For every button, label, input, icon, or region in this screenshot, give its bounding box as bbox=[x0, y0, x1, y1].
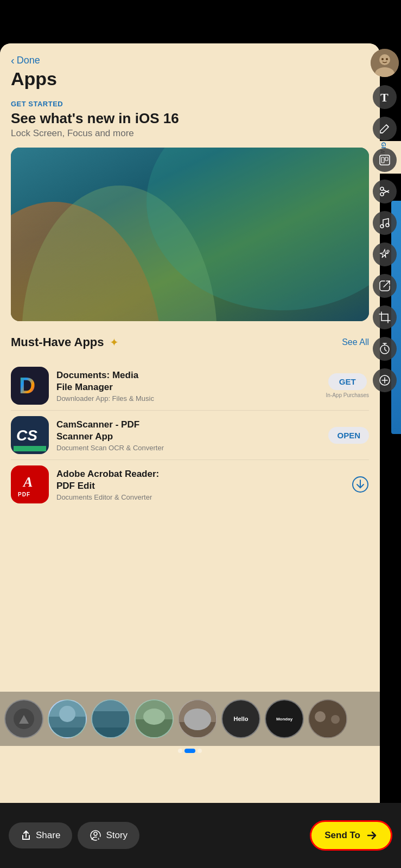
text-icon: T bbox=[373, 85, 397, 109]
app-item-camscanner[interactable]: CS CamScanner - PDFScanner App Document … bbox=[11, 411, 369, 460]
get-button-documents[interactable]: GET bbox=[328, 373, 367, 390]
story-thumb-8[interactable] bbox=[308, 699, 347, 738]
paperclip-icon bbox=[373, 274, 397, 298]
send-to-label: Send To bbox=[324, 830, 360, 841]
share-icon bbox=[21, 830, 31, 841]
app-item-documents[interactable]: D Documents: MediaFile Manager Downloade… bbox=[11, 361, 369, 411]
download-button-adobe[interactable] bbox=[352, 476, 369, 493]
monday-label: Monday bbox=[276, 717, 292, 722]
section-header: Must-Have Apps ✦ See All bbox=[11, 335, 369, 349]
app-action-documents: GET In-App Purchases bbox=[326, 373, 370, 398]
sticker-icon bbox=[373, 148, 397, 172]
page-title: Apps bbox=[11, 69, 369, 89]
svg-text:PDF: PDF bbox=[18, 492, 30, 497]
svg-text:T: T bbox=[380, 91, 389, 104]
svg-point-33 bbox=[386, 58, 388, 60]
ios-promo-subtitle: Lock Screen, Focus and more bbox=[11, 128, 369, 139]
svg-rect-19 bbox=[92, 727, 129, 737]
section-title-group: Must-Have Apps ✦ bbox=[11, 335, 119, 349]
right-toolbar: T bbox=[368, 43, 401, 825]
svg-point-32 bbox=[381, 58, 384, 60]
done-button[interactable]: ‹ Done bbox=[11, 54, 369, 67]
scroll-dot-3 bbox=[198, 749, 202, 753]
story-thumb-hello[interactable]: Hello bbox=[221, 699, 260, 738]
ios16-banner[interactable]: 16 bbox=[11, 148, 369, 321]
svg-text:CS: CS bbox=[16, 427, 37, 444]
svg-rect-36 bbox=[381, 157, 384, 163]
svg-text:+: + bbox=[98, 837, 100, 841]
share-button[interactable]: Share bbox=[9, 822, 72, 848]
get-started-label: GET STARTED bbox=[11, 100, 369, 108]
share-label: Share bbox=[36, 830, 60, 841]
send-arrow-icon bbox=[366, 829, 378, 841]
app-list: D Documents: MediaFile Manager Downloade… bbox=[0, 361, 380, 509]
scroll-dot-1 bbox=[178, 749, 182, 753]
story-thumb-monday[interactable]: Monday bbox=[265, 699, 304, 738]
story-label: Story bbox=[106, 830, 128, 841]
link-tool-button[interactable] bbox=[371, 272, 398, 299]
svg-text:D: D bbox=[19, 373, 35, 398]
must-have-section: Must-Have Apps ✦ See All bbox=[0, 327, 380, 361]
svg-point-27 bbox=[315, 711, 326, 722]
see-all-button[interactable]: See All bbox=[342, 337, 369, 347]
in-app-purchase-label: In-App Purchases bbox=[326, 392, 370, 398]
svg-rect-37 bbox=[385, 157, 388, 161]
story-button[interactable]: + Story bbox=[78, 822, 139, 849]
app-name-documents: Documents: MediaFile Manager bbox=[56, 369, 321, 393]
done-label: Done bbox=[17, 55, 40, 66]
svg-point-22 bbox=[143, 709, 165, 725]
story-row: Hello Monday bbox=[0, 692, 380, 746]
must-have-title: Must-Have Apps bbox=[11, 335, 104, 349]
svg-point-28 bbox=[331, 715, 340, 724]
app-desc-adobe: Documents Editor & Converter bbox=[56, 493, 346, 501]
sparkle-icon: ✦ bbox=[110, 336, 119, 348]
story-thumb-0[interactable] bbox=[4, 699, 43, 738]
user-avatar[interactable] bbox=[371, 49, 399, 77]
svg-line-45 bbox=[384, 281, 390, 287]
app-info-documents: Documents: MediaFile Manager Downloader … bbox=[56, 369, 321, 403]
effects-tool-button[interactable] bbox=[371, 241, 398, 268]
ios-promo-title: See what's new in iOS 16 bbox=[11, 110, 369, 127]
story-thumb-3[interactable] bbox=[135, 699, 174, 738]
sticker-tool-button[interactable] bbox=[371, 146, 398, 174]
svg-point-25 bbox=[184, 709, 211, 730]
effects-icon bbox=[373, 242, 397, 266]
svg-text:A: A bbox=[22, 474, 33, 490]
app-action-camscanner: OPEN bbox=[328, 427, 369, 444]
timer-icon bbox=[373, 337, 397, 361]
scissors-tool-button[interactable] bbox=[371, 178, 398, 205]
story-thumb-1[interactable] bbox=[48, 699, 87, 738]
svg-rect-7 bbox=[14, 446, 46, 451]
app-info-adobe: Adobe Acrobat Reader:PDF Edit Documents … bbox=[56, 468, 346, 501]
music-icon bbox=[373, 211, 397, 235]
crop-tool-button[interactable] bbox=[371, 304, 398, 331]
app-info-camscanner: CamScanner - PDFScanner App Document Sca… bbox=[56, 419, 323, 452]
svg-point-16 bbox=[59, 706, 75, 722]
edit-tool-button[interactable] bbox=[371, 115, 398, 142]
music-tool-button[interactable] bbox=[371, 209, 398, 237]
send-to-button[interactable]: Send To bbox=[310, 820, 392, 851]
back-chevron-icon: ‹ bbox=[11, 54, 15, 67]
svg-point-51 bbox=[94, 832, 97, 835]
open-button-camscanner[interactable]: OPEN bbox=[328, 427, 369, 444]
add-icon bbox=[373, 368, 397, 392]
app-icon-documents: D bbox=[11, 367, 49, 405]
svg-rect-18 bbox=[92, 711, 129, 727]
app-desc-camscanner: Document Scan OCR & Converter bbox=[56, 444, 323, 452]
app-name-adobe: Adobe Acrobat Reader:PDF Edit bbox=[56, 468, 346, 492]
app-icon-adobe: A PDF bbox=[11, 465, 49, 503]
main-content: ‹ Done Apps GET STARTED See what's new i… bbox=[0, 43, 380, 825]
story-thumb-4[interactable] bbox=[178, 699, 217, 738]
get-started-section: GET STARTED See what's new in iOS 16 Loc… bbox=[0, 94, 380, 142]
app-item-adobe[interactable]: A PDF Adobe Acrobat Reader:PDF Edit Docu… bbox=[11, 460, 369, 509]
svg-rect-15 bbox=[49, 727, 86, 737]
pencil-icon bbox=[373, 117, 397, 141]
scissors-icon bbox=[373, 180, 397, 203]
svg-rect-26 bbox=[309, 700, 346, 737]
story-thumb-2[interactable] bbox=[91, 699, 130, 738]
timer-tool-button[interactable] bbox=[371, 335, 398, 362]
story-icon: + bbox=[90, 829, 101, 841]
header: ‹ Done Apps bbox=[0, 43, 380, 94]
text-tool-button[interactable]: T bbox=[371, 84, 398, 111]
add-tool-button[interactable] bbox=[371, 367, 398, 394]
